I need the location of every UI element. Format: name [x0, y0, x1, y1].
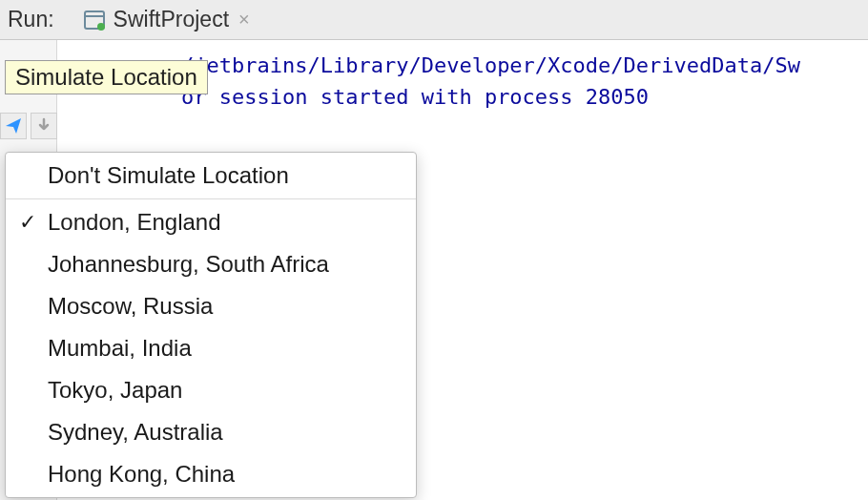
- svg-point-2: [97, 23, 105, 31]
- run-toolbar: Run: SwiftProject ×: [0, 0, 868, 40]
- menu-item-location[interactable]: Sydney, Australia: [6, 411, 416, 453]
- close-icon[interactable]: ×: [238, 9, 250, 31]
- menu-item-label: Mumbai, India: [48, 335, 192, 362]
- menu-item-location[interactable]: Hong Kong, China: [6, 453, 416, 495]
- tooltip-simulate-location: Simulate Location: [5, 60, 208, 94]
- swift-config-icon: [83, 9, 106, 31]
- run-config-tab[interactable]: SwiftProject ×: [73, 0, 259, 40]
- tooltip-text: Simulate Location: [15, 64, 197, 90]
- checkmark-icon: ✓: [19, 210, 48, 235]
- menu-item-label: Johannesburg, South Africa: [48, 251, 329, 278]
- menu-item-location[interactable]: Moscow, Russia: [6, 285, 416, 327]
- run-label: Run:: [8, 7, 54, 32]
- menu-item-location[interactable]: Johannesburg, South Africa: [6, 243, 416, 285]
- menu-item-label: Moscow, Russia: [48, 293, 213, 320]
- menu-item-label: Don't Simulate Location: [48, 162, 289, 189]
- menu-item-label: London, England: [48, 209, 221, 236]
- menu-item-label: Tokyo, Japan: [48, 377, 182, 404]
- menu-item-location[interactable]: ✓London, England: [6, 201, 416, 243]
- menu-item-label: Hong Kong, China: [48, 461, 235, 488]
- menu-item-location[interactable]: Mumbai, India: [6, 327, 416, 369]
- download-button[interactable]: [31, 113, 57, 139]
- menu-item-dont-simulate[interactable]: Don't Simulate Location: [6, 155, 416, 197]
- location-dropdown-menu: Don't Simulate Location ✓London, England…: [5, 152, 417, 498]
- tab-label: SwiftProject: [114, 7, 229, 32]
- menu-item-location[interactable]: Tokyo, Japan: [6, 369, 416, 411]
- menu-divider: [6, 198, 416, 199]
- menu-item-label: Sydney, Australia: [48, 419, 223, 446]
- simulate-location-button[interactable]: [0, 113, 27, 139]
